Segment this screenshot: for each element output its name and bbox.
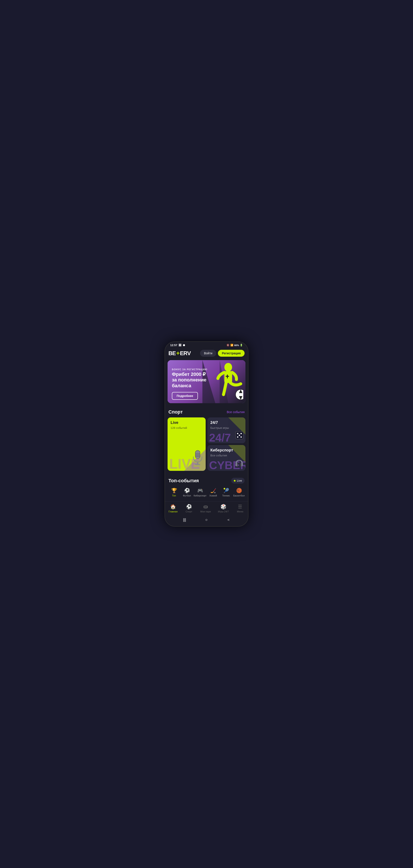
logo-plus: + [176, 350, 179, 357]
login-button[interactable]: Войти [200, 350, 216, 357]
phone-frame: 12:57 🖼 ⏺ 🔇 📶 66% 🔋 BE+ERV Войти Регистр… [165, 341, 248, 527]
logo-be: BE [168, 350, 176, 357]
live-card-sublabel: 128 событий [168, 426, 206, 430]
promo-banner[interactable]: БОНУС ЗА РЕГИСТРАЦИЮ Фрибет 2000 ₽за поп… [168, 360, 245, 403]
sport-nav-label: Спорт [186, 510, 192, 513]
football-icon: ⚽ [184, 488, 190, 493]
status-time: 12:57 [170, 344, 177, 347]
hockey-icon: 🏒 [210, 488, 216, 493]
sport-card-247[interactable]: 24/7 Быстрые игры 24/7 [207, 417, 245, 443]
sport-nav-icon: ⚽ [186, 504, 192, 509]
sport-section-title: Спорт [168, 409, 183, 415]
header-buttons: Войти Регистрация [200, 350, 245, 357]
dice-icon [235, 431, 244, 441]
nav-menu[interactable]: ☰ Меню [234, 503, 246, 514]
svg-rect-7 [195, 464, 200, 465]
sport-tab-top[interactable]: 🏆 Топ [168, 486, 180, 499]
sport-all-events-link[interactable]: Все события [227, 410, 245, 414]
sys-home-button[interactable]: ○ [204, 517, 209, 523]
menu-nav-icon: ☰ [238, 504, 242, 509]
svg-rect-5 [195, 451, 200, 459]
details-button[interactable]: Подробнее [172, 392, 198, 400]
tab-cyber-label: Киберспорт [194, 494, 206, 497]
tab-tennis-label: Теннис [222, 494, 230, 497]
logo-erv: ERV [180, 350, 191, 357]
nav-sport[interactable]: ⚽ Спорт [182, 503, 195, 514]
mybets-nav-icon: 🎟 [203, 504, 208, 509]
top-events-section-header: Топ-события Live [165, 474, 248, 486]
live-card-label: Live [168, 417, 206, 426]
basketball-icon: 🏀 [236, 488, 242, 493]
svg-rect-19 [237, 463, 238, 466]
nav-games247[interactable]: 🎲 Игры 24/7 [216, 503, 231, 514]
live-badge-label: Live [237, 479, 242, 482]
nav-mybets[interactable]: 🎟 Мои пари [198, 503, 213, 514]
svg-point-15 [237, 436, 238, 438]
cyber-card-label: Киберспорт [207, 445, 245, 454]
svg-point-0 [225, 363, 232, 372]
sys-multitask-button[interactable]: ||| [181, 517, 187, 523]
wifi-icon: 📶 [230, 344, 233, 346]
svg-rect-6 [197, 462, 198, 464]
sport-tab-basketball[interactable]: 🏀 Баскетбол [233, 486, 245, 499]
sport-tab-hockey[interactable]: 🏒 Хоккей [207, 486, 219, 499]
tab-basketball-label: Баскетбол [233, 494, 245, 497]
banner-player-illustration [207, 360, 245, 403]
battery-icon: 🔋 [240, 344, 243, 346]
battery-text: 66% [234, 344, 239, 346]
svg-point-2 [236, 390, 243, 400]
register-button[interactable]: Регистрация [218, 350, 245, 357]
sport-tab-tennis[interactable]: 🎾 Теннис [219, 486, 233, 499]
bottom-navigation: 🏠 Главная ⚽ Спорт 🎟 Мои пари 🎲 Игры 24/7… [165, 501, 248, 515]
mybets-nav-label: Мои пари [200, 510, 211, 513]
sport-filter-tabs: 🏆 Топ ⚽ Футбол 🎮 Киберспорт 🏒 Хоккей 🎾 Т… [165, 486, 248, 501]
games247-nav-icon: 🎲 [220, 504, 226, 509]
cyber-card-sublabel: Все события [207, 454, 245, 457]
sport-section-header: Спорт Все события [165, 406, 248, 417]
mute-icon: 🔇 [227, 344, 230, 346]
header: BE+ERV Войти Регистрация [165, 348, 248, 359]
247-card-label: 24/7 [207, 417, 245, 426]
games247-nav-label: Игры 24/7 [218, 510, 229, 513]
trophy-icon: 🏆 [171, 488, 177, 493]
live-dot-indicator [234, 480, 236, 482]
live-badge: Live [231, 478, 245, 484]
nav-home[interactable]: 🏠 Главная [166, 503, 180, 514]
svg-point-16 [240, 436, 242, 438]
top-events-title: Топ-события [168, 478, 199, 484]
sport-tab-football[interactable]: ⚽ Футбол [180, 486, 194, 499]
system-navigation-bar: ||| ○ ＜ [165, 515, 248, 526]
svg-rect-20 [241, 463, 242, 466]
svg-point-13 [237, 433, 238, 434]
headphone-icon [235, 459, 244, 469]
microphone-icon [192, 450, 204, 469]
tab-football-label: Футбол [183, 494, 191, 497]
status-circle-icon: ⏺ [183, 344, 185, 347]
home-nav-icon: 🏠 [170, 504, 176, 509]
svg-rect-4 [226, 376, 229, 377]
svg-point-14 [240, 433, 242, 434]
logo: BE+ERV [168, 350, 191, 357]
sport-tab-cyber[interactable]: 🎮 Киберспорт [194, 486, 207, 499]
247-card-sublabel: Быстрые игры [207, 426, 245, 430]
tennis-icon: 🎾 [223, 488, 229, 493]
gamepad-icon: 🎮 [197, 488, 203, 493]
tab-hockey-label: Хоккей [209, 494, 217, 497]
sport-cards-grid: Live 128 событий LIVE [165, 417, 248, 474]
home-nav-label: Главная [168, 510, 177, 513]
tab-top-label: Топ [172, 494, 176, 497]
status-photo-icon: 🖼 [178, 344, 181, 347]
menu-nav-label: Меню [237, 510, 243, 513]
sys-back-button[interactable]: ＜ [226, 517, 232, 523]
status-bar: 12:57 🖼 ⏺ 🔇 📶 66% 🔋 [165, 342, 248, 348]
sport-card-live[interactable]: Live 128 событий LIVE [168, 417, 206, 471]
svg-point-17 [239, 435, 240, 436]
sport-card-cyber[interactable]: Киберспорт Все события CYBER [207, 445, 245, 471]
